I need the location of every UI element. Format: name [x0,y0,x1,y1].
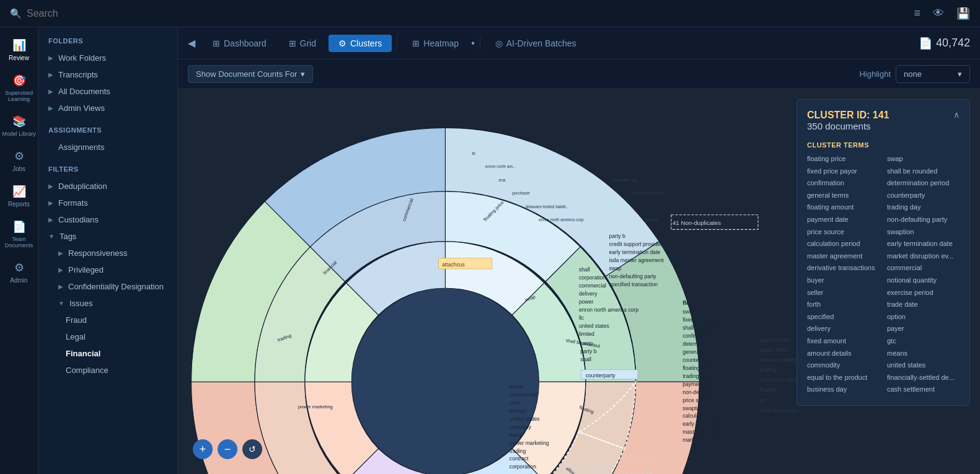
svg-text:master agreement: master agreement [682,429,726,435]
sidebar-item-deduplication[interactable]: ▶ Deduplication [38,178,177,195]
nav-label-team-docs: Team Documents [0,236,38,248]
svg-text:floating price: floating price [682,299,720,306]
nav-item-supervised[interactable]: 🎯 Supervised Learning [0,68,38,108]
svg-text:delivery: delivery [579,291,598,297]
svg-text:basis: basis [510,432,522,438]
cluster-term-col2: commercial [887,263,960,274]
svg-text:determination period: determination period [682,341,731,347]
nav-label-admin: Admin [10,277,27,284]
nav-item-jobs[interactable]: ⚙ Jobs [0,143,38,178]
admin-icon: ⚙ [14,261,24,274]
svg-text:early termination date: early termination date [609,249,661,255]
svg-text:enron: enron [510,384,523,390]
cluster-term-col1: commodity [807,360,880,371]
cluster-term-col1: forth [807,299,880,310]
supervised-icon: 🎯 [12,74,26,87]
document-icon: 📄 [919,37,932,50]
svg-text:power marketing: power marketing [510,440,549,446]
search-input[interactable] [27,8,213,19]
cluster-term-col1: payment date [807,214,880,226]
zoom-controls: + − ↺ [193,439,262,459]
highlight-dropdown[interactable]: none ▾ [896,65,970,83]
svg-text:delaware limited liabilit...: delaware limited liabilit... [526,204,569,209]
cluster-docs-label: 350 documents [807,121,889,131]
svg-text:floating: floating [759,367,777,373]
svg-text:enron north america corp: enron north america corp [539,217,584,222]
sidebar-item-privileged[interactable]: ▶ Privileged [38,261,177,278]
sidebar-item-financial[interactable]: Financial [38,345,177,362]
sidebar-item-tags[interactable]: ▼ Tags [38,228,177,245]
tab-dashboard[interactable]: ⊞ Dashboard [203,35,276,52]
jobs-icon: ⚙ [14,149,24,163]
cluster-term-col2: payer [887,323,960,335]
tab-separator-1 [397,36,397,51]
cluster-term-col1: derivative transactions [807,263,880,274]
chevron-right-icon: ▶ [48,200,53,206]
nav-item-model[interactable]: 📚 Model Library [0,108,38,143]
svg-text:company: company [510,424,532,430]
eye-icon[interactable]: 👁 [933,7,944,20]
sidebar-item-all-documents[interactable]: ▶ All Documents [38,83,177,100]
sidebar-item-issues[interactable]: ▼ Issues [38,295,177,312]
sidebar-label-custodians: Custodians [58,215,99,224]
collapse-sidebar-button[interactable]: ◀ [188,37,195,49]
cluster-term-col2: swap [887,154,960,165]
sidebar-label-transcripts: Transcripts [58,70,98,79]
sidebar-label-privileged: Privileged [68,265,104,274]
show-doc-counts-dropdown[interactable]: Show Document Counts For ▾ [188,65,313,83]
sidebar-item-assignments[interactable]: Assignments [38,139,177,156]
nav-item-admin[interactable]: ⚙ Admin [0,255,38,290]
sidebar-item-compliance[interactable]: Compliance [38,362,177,379]
sidebar: FOLDERS ▶ Work Folders ▶ Transcripts ▶ A… [38,27,178,474]
svg-text:corp: corp [510,400,520,406]
cluster-terms-grid: floating priceswapfixed price payorshall… [807,154,960,395]
tab-heatmap[interactable]: ⊞ Heatmap [402,35,469,52]
sidebar-item-confidentiality[interactable]: ▶ Confidentiality Designation [38,278,177,295]
cluster-term-col2: market disruption ev... [887,251,960,262]
cluster-term-col2: gtc [887,336,960,347]
more-options-icon[interactable]: • [471,38,475,49]
cluster-term-col1: amount details [807,348,880,359]
cluster-term-col2: notional quantity [887,275,960,286]
nav-item-team-docs[interactable]: 📄 Team Documents [0,214,38,255]
sidebar-item-responsiveness[interactable]: ▶ Responsiveness [38,245,177,261]
sidebar-item-legal[interactable]: Legal [38,328,177,345]
cluster-term-col1: fixed amount [807,336,880,347]
cluster-term-col1: price source [807,227,880,238]
sidebar-item-fraud[interactable]: Fraud [38,312,177,328]
close-panel-button[interactable]: ∧ [953,110,960,120]
svg-text:shall: shall [579,266,590,273]
cluster-term-col1: equal to the product [807,372,880,384]
highlight-label: Highlight [859,69,891,79]
nav-item-reports[interactable]: 📈 Reports [0,178,38,214]
visualization-area: floating price swap shall be rounded flo… [178,89,980,474]
svg-text:trading: trading [510,448,526,454]
sidebar-item-admin-views[interactable]: ▶ Admin Views [38,100,177,116]
cluster-term-col2: counterparty [887,190,960,201]
sidebar-label-issues: Issues [69,299,93,308]
sidebar-label-tags: Tags [60,232,76,241]
zoom-reset-button[interactable]: ↺ [242,439,262,459]
chevron-right-icon: ▶ [58,250,63,257]
tab-label-clusters: Clusters [350,38,382,48]
zoom-in-button[interactable]: + [193,439,213,459]
filter-lines-icon[interactable]: ≡ [914,7,920,20]
tab-clusters[interactable]: ⚙ Clusters [329,35,392,52]
cluster-term-col1: master agreement [807,251,880,262]
save-icon[interactable]: 💾 [956,7,970,20]
tab-ai-batches[interactable]: ◎ AI-Driven Batches [485,35,586,52]
svg-text:swaption: swaption [682,405,704,411]
sidebar-label-responsiveness: Responsiveness [68,248,127,258]
svg-text:calculation ag...: calculation ag... [612,178,640,183]
sidebar-item-custodians[interactable]: ▶ Custodians [38,211,177,228]
sidebar-item-work-folders[interactable]: ▶ Work Folders [38,50,177,66]
cluster-term-col1: floating amount [807,202,880,213]
zoom-out-button[interactable]: − [218,439,237,459]
nav-item-review[interactable]: 📊 Review [0,32,38,68]
tab-grid[interactable]: ⊞ Grid [279,35,326,52]
search-bar[interactable]: 🔍 [10,8,213,19]
sidebar-item-transcripts[interactable]: ▶ Transcripts [38,66,177,83]
tab-separator-2 [480,36,480,51]
sidebar-item-formats[interactable]: ▶ Formats [38,195,177,211]
svg-text:united states: united states [579,323,609,329]
